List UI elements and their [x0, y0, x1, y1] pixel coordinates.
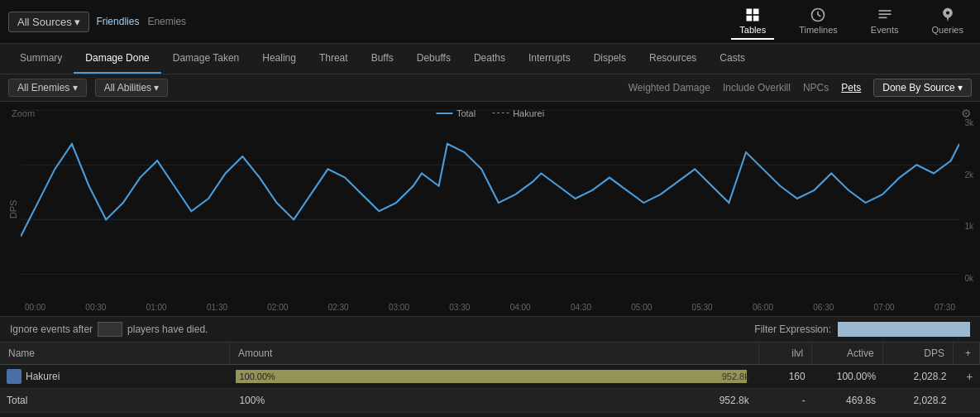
all-enemies-button[interactable]: All Enemies ▾ [8, 79, 87, 97]
total-amount-cell: 100% 952.8k [229, 389, 758, 413]
tab-healing[interactable]: Healing [251, 44, 308, 74]
legend-hakurei-line [492, 113, 509, 114]
y-tick-2k: 2k [964, 170, 973, 180]
bottom-filter-left: Ignore events after players have died. [10, 322, 208, 337]
x-tick-0430: 04:30 [571, 303, 591, 312]
x-tick-0330: 03:30 [449, 303, 470, 312]
tables-label: Tables [739, 25, 766, 35]
events-icon [877, 7, 893, 23]
timelines-label: Timelines [799, 25, 838, 35]
npcs-option[interactable]: NPCs [803, 82, 829, 93]
tab-dispels[interactable]: Dispels [582, 44, 638, 74]
table-header-row: Name Amount ilvl Active DPS + [0, 343, 980, 365]
hakurei-bar [236, 370, 747, 383]
tab-resources[interactable]: Resources [638, 44, 708, 74]
dps-chart [21, 102, 959, 295]
hakurei-plus-btn[interactable]: + [953, 365, 979, 389]
x-tick-0530: 05:30 [692, 303, 713, 312]
tab-casts[interactable]: Casts [708, 44, 757, 74]
svg-rect-7 [878, 10, 891, 12]
players-died-input[interactable] [98, 322, 122, 337]
x-tick-0630: 06:30 [813, 303, 834, 312]
y-tick-1k: 1k [964, 222, 973, 231]
ignore-events-suffix: players have died. [127, 324, 208, 335]
nav-tables[interactable]: Tables [731, 3, 774, 40]
total-pct: 100% [236, 395, 265, 406]
svg-rect-8 [878, 13, 891, 15]
bottom-filter: Ignore events after players have died. F… [0, 317, 980, 343]
nav-events[interactable]: Events [863, 3, 907, 40]
table-row: Hakurei 100.00% 952.8k 160 100.00% 2,028… [0, 365, 980, 389]
chart-yaxis-label: DPS [8, 199, 18, 218]
svg-rect-9 [878, 17, 887, 19]
chart-right-labels: 3k 2k 1k 0k [964, 102, 973, 291]
svg-rect-2 [747, 16, 753, 22]
filter-left: All Enemies ▾ All Abilities ▾ [8, 79, 168, 97]
top-left: All Sources ▾ Friendlies Enemies [8, 12, 186, 32]
total-dps: 2,028.2 [882, 389, 953, 413]
svg-rect-0 [747, 9, 753, 15]
chart-xaxis: 00:00 00:30 01:00 01:30 02:00 02:30 03:0… [25, 303, 955, 312]
enemies-link[interactable]: Enemies [147, 16, 186, 27]
x-tick-0030: 00:30 [85, 303, 106, 312]
queries-icon [939, 7, 956, 23]
friendlies-link[interactable]: Friendlies [96, 16, 139, 27]
x-tick-0600: 06:00 [753, 303, 773, 312]
tab-summary[interactable]: Summary [8, 44, 74, 74]
hakurei-avatar [7, 369, 22, 384]
events-label: Events [871, 25, 899, 35]
nav-timelines[interactable]: Timelines [791, 3, 846, 40]
x-tick-0700: 07:00 [874, 303, 895, 312]
tab-damage-taken[interactable]: Damage Taken [161, 44, 251, 74]
pets-option[interactable]: Pets [841, 82, 861, 93]
svg-line-6 [818, 15, 820, 17]
x-tick-0130: 01:30 [207, 303, 227, 312]
tab-debuffs[interactable]: Debuffs [405, 44, 462, 74]
col-amount: Amount [229, 343, 758, 365]
hakurei-expand-icon[interactable]: + [966, 370, 973, 383]
total-row: Total 100% 952.8k - 469.8s 2,028.2 [0, 389, 980, 413]
hakurei-ilvl: 160 [759, 365, 812, 389]
tab-damage-done[interactable]: Damage Done [74, 44, 160, 74]
col-dps: DPS [882, 343, 953, 365]
svg-rect-3 [753, 16, 759, 22]
y-tick-0k: 0k [964, 274, 973, 283]
hakurei-active: 100.00% [812, 365, 882, 389]
tab-interrupts[interactable]: Interrupts [517, 44, 582, 74]
chart-settings-button[interactable]: ⚙ [961, 107, 972, 120]
chart-container: Zoom Total Hakurei DPS 3k 2k 1k 0k 00:00… [0, 102, 980, 317]
nav-queries[interactable]: Queries [923, 3, 972, 40]
hakurei-dps: 2,028.2 [882, 365, 953, 389]
legend-total-label: Total [457, 108, 476, 118]
weighted-damage-option[interactable]: Weighted Damage [629, 82, 710, 93]
total-active: 469.8s [812, 389, 882, 413]
tab-threat[interactable]: Threat [308, 44, 360, 74]
legend-total-line [436, 113, 452, 114]
legend-hakurei: Hakurei [492, 108, 544, 118]
hakurei-name-container: Hakurei [7, 369, 222, 384]
tab-bar: Summary Damage Done Damage Taken Healing… [0, 44, 980, 74]
top-nav: Tables Timelines Events Queries [731, 3, 972, 40]
tables-icon [744, 7, 761, 23]
filter-expression-input[interactable] [838, 322, 970, 337]
top-bar: All Sources ▾ Friendlies Enemies Tables … [0, 0, 980, 44]
x-tick-0500: 05:00 [631, 303, 652, 312]
bottom-filter-right: Filter Expression: [754, 322, 970, 337]
x-tick-0100: 01:00 [146, 303, 167, 312]
done-by-source-button[interactable]: Done By Source ▾ [873, 79, 972, 97]
legend-hakurei-label: Hakurei [513, 108, 544, 118]
x-tick-0400: 04:00 [510, 303, 531, 312]
filter-bar: All Enemies ▾ All Abilities ▾ Weighted D… [0, 74, 980, 102]
tab-buffs[interactable]: Buffs [360, 44, 405, 74]
x-tick-0300: 03:00 [389, 303, 409, 312]
hakurei-pct-label: 100.00% [236, 371, 275, 381]
all-abilities-button[interactable]: All Abilities ▾ [95, 79, 169, 97]
include-overkill-option[interactable]: Include Overkill [723, 82, 791, 93]
source-links: Friendlies Enemies [96, 16, 186, 27]
total-empty [953, 389, 979, 413]
x-tick-0730: 07:30 [935, 303, 955, 312]
tab-deaths[interactable]: Deaths [462, 44, 517, 74]
all-sources-button[interactable]: All Sources ▾ [8, 12, 89, 32]
ignore-events-prefix: Ignore events after [10, 324, 93, 335]
hakurei-name: Hakurei [26, 371, 60, 382]
